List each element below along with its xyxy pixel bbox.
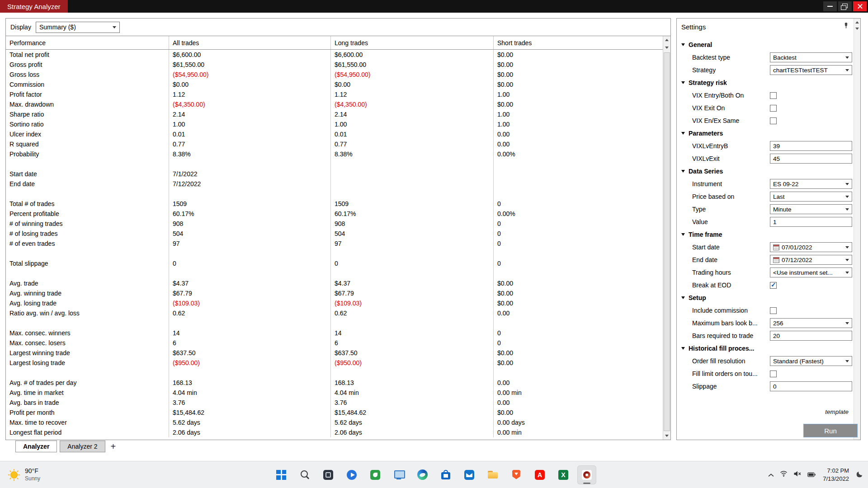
table-row[interactable]: Sortino ratio1.001.001.00 [6, 119, 663, 129]
vixlventryb-input[interactable]: 39 [770, 141, 852, 151]
table-row[interactable]: Ulcer index0.010.010.00 [6, 129, 663, 139]
tab-analyzer-2[interactable]: Analyzer 2 [60, 441, 105, 452]
table-row[interactable]: Commission$0.00$0.00$0.00 [6, 80, 663, 89]
start-taskbar-button[interactable] [272, 465, 291, 484]
close-button[interactable] [853, 1, 867, 11]
task-view-taskbar-button[interactable] [319, 465, 338, 484]
table-row[interactable]: Total # of trades150915090 [6, 199, 663, 209]
table-row[interactable]: Longest flat period2.06 days2.06 days0.0… [6, 427, 663, 437]
strategy-select[interactable]: chartTESTtestTEST [770, 65, 852, 75]
scroll-down-button-bottom[interactable] [663, 432, 670, 440]
add-tab-button[interactable]: + [108, 442, 119, 451]
table-row[interactable]: Probability8.38%8.38%0.00% [6, 149, 663, 159]
pin-icon[interactable] [843, 22, 849, 31]
volume-muted-icon[interactable] [793, 470, 802, 479]
acrobat-taskbar-button[interactable] [530, 465, 549, 484]
fill-limit-orders-on-tou-checkbox[interactable] [770, 371, 777, 377]
table-row[interactable]: Max. consec. winners14140 [6, 328, 663, 338]
settings-group-strategy-risk[interactable]: Strategy risk [677, 76, 854, 89]
include-commission-checkbox[interactable] [770, 307, 777, 314]
settings-scroll-down-button[interactable] [854, 25, 860, 32]
table-row[interactable]: Avg. winning trade$67.79$67.79$0.00 [6, 288, 663, 298]
mail-taskbar-button[interactable] [460, 465, 479, 484]
table-row[interactable]: Largest losing trade($950.00)($950.00)$0… [6, 358, 663, 368]
trading-hours-select[interactable]: <Use instrument set... [770, 267, 852, 277]
column-header-performance[interactable]: Performance [6, 36, 169, 49]
price-based-on-select[interactable]: Last [770, 192, 852, 202]
settings-group-parameters[interactable]: Parameters [677, 127, 854, 140]
template-link[interactable]: template [825, 408, 849, 415]
vix-exit-on-checkbox[interactable] [770, 105, 777, 112]
column-header-long-trades[interactable]: Long trades [330, 36, 493, 49]
table-row[interactable]: Profit per month$15,484.62$15,484.62$0.0… [6, 408, 663, 418]
order-fill-resolution-select[interactable]: Standard (Fastest) [770, 356, 852, 366]
bars-required-to-trade-input[interactable]: 20 [770, 331, 852, 341]
settings-group-data-series[interactable]: Data Series [677, 165, 854, 178]
table-row[interactable]: Avg. losing trade($109.03)($109.03)$0.00 [6, 298, 663, 308]
table-row[interactable]: Avg. bars in trade3.763.760.00 [6, 398, 663, 408]
start-date-datepicker[interactable]: 07/01/2022 [770, 242, 852, 252]
table-row[interactable]: Max. drawdown($4,350.00)($4,350.00)$0.00 [6, 99, 663, 109]
end-date-datepicker[interactable]: 07/12/2022 [770, 255, 852, 265]
table-row[interactable]: Sharpe ratio2.142.141.00 [6, 109, 663, 119]
type-select[interactable]: Minute [770, 204, 852, 214]
table-row[interactable] [6, 268, 663, 278]
table-row[interactable]: Ratio avg. win / avg. loss0.620.620.00 [6, 308, 663, 318]
tab-analyzer[interactable]: Analyzer [15, 441, 57, 452]
table-row[interactable]: # of winning trades9089080 [6, 219, 663, 229]
wifi-icon[interactable] [780, 470, 788, 479]
computer-taskbar-button[interactable] [389, 465, 408, 484]
table-row[interactable]: Max. time to recover5.62 days5.62 days0.… [6, 418, 663, 427]
search-taskbar-button[interactable] [295, 465, 314, 484]
excel-taskbar-button[interactable] [554, 465, 573, 484]
window-title-tab[interactable]: Strategy Analyzer [0, 0, 68, 13]
chevron-up-icon[interactable] [768, 471, 774, 479]
column-header-all-trades[interactable]: All trades [169, 36, 330, 49]
maximize-restore-button[interactable] [838, 1, 852, 11]
vix-entry-both-on-checkbox[interactable] [770, 92, 777, 99]
table-row[interactable]: Percent profitable60.17%60.17%0.00% [6, 209, 663, 219]
table-row[interactable] [6, 318, 663, 328]
table-row[interactable]: Gross loss($54,950.00)($54,950.00)$0.00 [6, 70, 663, 80]
settings-group-general[interactable]: General [677, 38, 854, 51]
table-row[interactable]: Start date7/1/2022 [6, 169, 663, 179]
settings-group-setup[interactable]: Setup [677, 291, 854, 304]
table-row[interactable]: Max. consec. losers660 [6, 338, 663, 348]
table-scrollbar[interactable] [663, 36, 670, 440]
table-row[interactable]: R squared0.770.770.00 [6, 139, 663, 149]
maximum-bars-look-b-select[interactable]: 256 [770, 318, 852, 328]
instrument-select[interactable]: ES 09-22 [770, 179, 852, 189]
file-explorer-taskbar-button[interactable] [483, 465, 502, 484]
column-header-short-trades[interactable]: Short trades [493, 36, 663, 49]
table-row[interactable] [6, 189, 663, 199]
table-row[interactable]: # of even trades97970 [6, 239, 663, 249]
table-row[interactable]: Total net profit$6,600.00$6,600.00$0.00 [6, 50, 663, 60]
settings-group-historical-fill-proces[interactable]: Historical fill proces... [677, 342, 854, 355]
table-row[interactable]: Avg. # of trades per day168.13168.130.00 [6, 378, 663, 388]
table-row[interactable]: Total slippage000 [6, 258, 663, 268]
moon-icon[interactable] [856, 470, 863, 479]
scroll-up-button[interactable] [663, 36, 670, 44]
ninjatrader-taskbar-button[interactable] [577, 465, 596, 484]
table-row[interactable]: Avg. trade$4.37$4.37$0.00 [6, 278, 663, 288]
backtest-type-select[interactable]: Backtest [770, 52, 852, 62]
display-select[interactable]: Summary ($) [36, 22, 120, 33]
media-player-taskbar-button[interactable] [342, 465, 361, 484]
table-row[interactable]: Largest winning trade$637.50$637.50$0.00 [6, 348, 663, 358]
table-row[interactable]: # of losing trades5045040 [6, 229, 663, 239]
store-taskbar-button[interactable] [436, 465, 455, 484]
minimize-button[interactable] [823, 1, 837, 11]
green-app-taskbar-button[interactable] [366, 465, 385, 484]
table-row[interactable]: End date7/12/2022 [6, 179, 663, 189]
settings-group-time-frame[interactable]: Time frame [677, 228, 854, 241]
edge-taskbar-button[interactable] [413, 465, 432, 484]
vixlvexit-input[interactable]: 45 [770, 154, 852, 164]
scrollbar-thumb[interactable] [664, 52, 670, 431]
settings-scroll-up-button[interactable] [854, 19, 860, 25]
battery-icon[interactable] [807, 471, 816, 479]
scroll-down-button[interactable] [663, 44, 670, 52]
tray-clock[interactable]: 7:02 PM 7/13/2022 [823, 467, 849, 483]
break-at-eod-checkbox[interactable] [770, 282, 777, 289]
weather-widget[interactable]: 90°F Sunny [3, 461, 45, 488]
slippage-input[interactable]: 0 [770, 381, 852, 391]
